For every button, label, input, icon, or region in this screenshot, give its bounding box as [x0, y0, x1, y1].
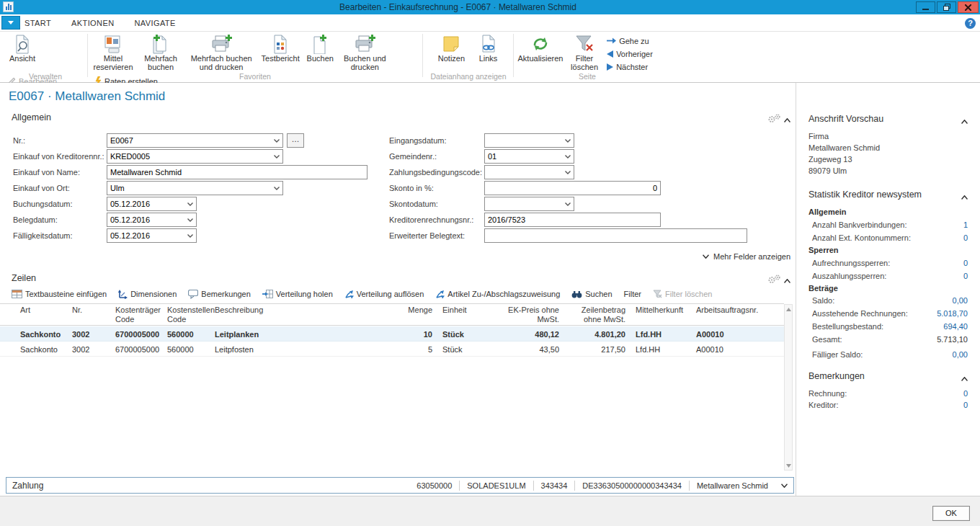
col-mittelherkunft[interactable]: Mittelherkunft — [630, 304, 696, 325]
section-settings-icon[interactable] — [768, 114, 781, 125]
name-field[interactable] — [107, 165, 368, 179]
erweiterter-belegtext-field[interactable] — [484, 228, 747, 243]
factbox-statistik-header[interactable]: Statistik Kreditor newsystem — [808, 190, 922, 200]
collapse-statistik-icon[interactable] — [961, 192, 968, 201]
collapse-zeilen-icon[interactable] — [784, 276, 790, 285]
col-art[interactable]: Art — [20, 304, 72, 325]
aktualisieren-button[interactable]: Aktualisieren — [516, 32, 565, 72]
stat-value-link[interactable]: 0 — [910, 389, 968, 398]
mittel-reservieren-button[interactable]: Mittel reservieren — [90, 32, 136, 72]
stat-value-link[interactable]: 0 — [910, 272, 968, 280]
col-zeilenbetrag[interactable]: Zeilenbetrag ohne MwSt. — [564, 304, 630, 325]
tab-aktionen[interactable]: AKTIONEN — [70, 16, 115, 30]
previous-arrow-icon — [607, 50, 613, 58]
nr-combobox[interactable]: E0067 — [107, 133, 283, 148]
stat-value-link[interactable]: 694,40 — [910, 322, 968, 331]
expand-zahlung-icon[interactable] — [781, 483, 788, 488]
dimensionen-button[interactable]: Dimensionen — [118, 290, 177, 299]
kreditorenrechnungsnr-field[interactable] — [484, 213, 661, 227]
ort-combobox[interactable]: Ulm — [107, 181, 283, 195]
address-line: Firma — [808, 132, 829, 141]
verteilung-holen-button[interactable]: Verteilung holen — [262, 290, 333, 298]
chevron-down-icon — [274, 187, 280, 190]
zahlungsbedingungscode-combobox[interactable] — [484, 165, 574, 179]
stat-value-link[interactable]: 0 — [910, 259, 968, 267]
col-nr[interactable]: Nr. — [72, 304, 115, 325]
col-einheit[interactable]: Einheit — [437, 304, 491, 325]
gemeindenr-combobox[interactable]: 01 — [484, 149, 574, 164]
fasttab-zahlung[interactable]: Zahlung 63050000 SOLADES1ULM 343434 DE33… — [6, 477, 794, 494]
naechster-button[interactable]: Nächster — [607, 61, 653, 72]
col-arbeitsauftragsnr[interactable]: Arbeitsauftragsnr. — [696, 304, 783, 325]
group-label-dateianhang: Dateianhang anzeigen — [425, 72, 512, 81]
collapse-anschrift-icon[interactable] — [961, 117, 968, 125]
col-kostenstellen[interactable]: Kostenstellen Code — [167, 304, 215, 325]
table-row[interactable]: Sachkonto 3002 6700005000 560000 Leitpla… — [0, 326, 784, 342]
tab-navigate[interactable]: NAVIGATE — [133, 16, 177, 30]
window-title: Bearbeiten - Einkaufsrechnung - E0067 · … — [0, 2, 916, 12]
notizen-button[interactable]: Notizen — [432, 32, 470, 72]
artikel-zuweisung-button[interactable]: Artikel Zu-/Abschlagszuweisung — [435, 290, 560, 299]
filter-loeschen-button[interactable]: Filter löschen — [567, 32, 602, 72]
testbericht-button[interactable]: Testbericht — [259, 32, 301, 72]
suchen-button[interactable]: Suchen — [571, 290, 612, 298]
buchen-und-drucken-button[interactable]: Buchen und drucken — [339, 32, 391, 72]
chevron-down-icon — [703, 254, 709, 259]
minimize-button[interactable] — [916, 1, 935, 13]
tab-start[interactable]: START — [23, 16, 53, 30]
stat-value-link[interactable]: 0 — [910, 401, 968, 409]
mehrfach-buchen-button[interactable]: Mehrfach buchen — [138, 32, 183, 72]
clear-filter-icon — [575, 34, 594, 54]
lines-grid-scrollbar[interactable] — [784, 304, 793, 471]
collapse-allgemein-icon[interactable] — [784, 115, 790, 124]
verteilung-aufloesen-button[interactable]: Verteilung auflösen — [344, 290, 424, 299]
belegdatum-combobox[interactable]: 05.12.2016 — [107, 213, 197, 227]
gehe-zu-button[interactable]: Gehe zu — [607, 35, 653, 46]
section-settings-icon[interactable] — [768, 275, 781, 285]
col-beschreibung[interactable]: Beschreibung — [215, 304, 393, 325]
ansicht-button[interactable]: Ansicht — [6, 32, 39, 72]
ok-button[interactable]: OK — [932, 506, 970, 521]
app-window: Bearbeiten - Einkaufsrechnung - E0067 · … — [0, 0, 980, 526]
filter-button[interactable]: Filter — [624, 290, 641, 298]
mehrfach-buchen-drucken-button[interactable]: Mehrfach buchen und drucken — [185, 32, 257, 72]
restore-button[interactable] — [937, 1, 956, 13]
vorheriger-button[interactable]: Vorheriger — [607, 48, 653, 59]
skonto-field[interactable] — [484, 181, 661, 195]
col-menge[interactable]: Menge — [393, 304, 437, 325]
factbox-pane-divider — [796, 83, 796, 496]
stat-value-link[interactable]: 0,00 — [910, 350, 968, 359]
nr-assist-edit-button[interactable]: … — [287, 133, 304, 148]
fasttab-zeilen-header[interactable]: Zeilen — [12, 273, 36, 283]
kreditorennr-combobox[interactable]: KRED0005 — [107, 149, 283, 164]
stat-value-link[interactable]: 0,00 — [910, 296, 968, 305]
application-menu-button[interactable] — [1, 16, 20, 30]
fasttab-allgemein-header[interactable]: Allgemein — [12, 112, 51, 122]
factbox-anschrift-header[interactable]: Anschrift Vorschau — [808, 114, 883, 124]
collapse-bemerkungen-icon[interactable] — [961, 374, 968, 383]
col-kostentraeger[interactable]: Kostenträger Code — [115, 304, 167, 325]
buchungsdatum-combobox[interactable]: 05.12.2016 — [107, 197, 197, 211]
scroll-down-icon[interactable] — [785, 461, 792, 470]
link-document-icon — [480, 34, 497, 54]
buchen-button[interactable]: Buchen — [303, 32, 337, 72]
textbausteine-button[interactable]: Textbausteine einfügen — [12, 290, 107, 298]
scroll-up-icon[interactable] — [785, 305, 792, 313]
kreditorenrechnungsnr-label: Kreditorenrechnungsnr.: — [389, 215, 484, 224]
stat-value-link[interactable]: 0 — [910, 233, 968, 242]
links-button[interactable]: Links — [473, 32, 504, 72]
bemerkungen-button[interactable]: Bemerkungen — [188, 290, 251, 299]
col-ek-preis[interactable]: EK-Preis ohne MwSt. — [491, 304, 564, 325]
close-button[interactable] — [958, 1, 979, 13]
factbox-bemerkungen-header[interactable]: Bemerkungen — [808, 371, 865, 381]
stat-value-link[interactable]: 1 — [910, 220, 968, 229]
stat-value-link[interactable]: 5.018,70 — [910, 309, 968, 318]
footer-bar — [0, 496, 980, 526]
skontodatum-combobox[interactable] — [484, 197, 574, 211]
eingangsdatum-combobox[interactable] — [484, 133, 574, 148]
more-fields-link[interactable]: Mehr Felder anzeigen — [703, 252, 790, 261]
help-icon[interactable]: ? — [965, 18, 976, 29]
faelligkeitsdatum-combobox[interactable]: 05.12.2016 — [107, 228, 197, 243]
ribbon-group-verwalten: Ansicht Bearbeiten Neu Löschen Verwalten — [6, 32, 85, 81]
table-row[interactable]: Sachkonto 3002 6700005000 560000 Leitpfo… — [0, 342, 784, 357]
